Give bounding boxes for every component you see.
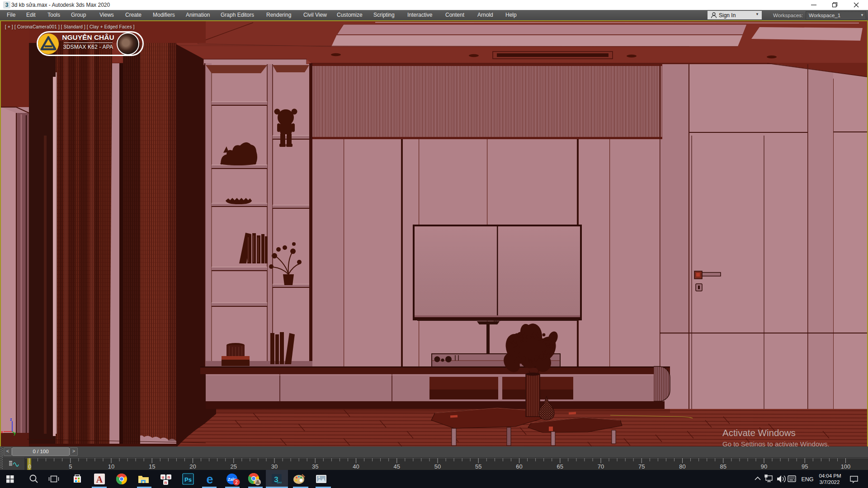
svg-text:ENG: ENG [801,476,813,483]
svg-text:A: A [96,474,103,484]
svg-text:5: 5 [69,463,72,470]
svg-text:100: 100 [841,463,851,470]
svg-text:25: 25 [231,463,237,470]
svg-text:20: 20 [189,463,196,470]
svg-text:70: 70 [598,463,604,470]
svg-text:65: 65 [557,463,563,470]
svg-text:0: 0 [28,463,31,470]
svg-text:MAX: MAX [277,481,283,484]
svg-text:55: 55 [475,463,481,470]
svg-text:85: 85 [720,463,726,470]
svg-text:30: 30 [271,463,278,470]
svg-text:50: 50 [434,463,441,470]
svg-text:40: 40 [353,463,359,470]
svg-text:75: 75 [638,463,645,470]
svg-text:Ps: Ps [184,476,192,483]
svg-text:3/7/2022: 3/7/2022 [820,479,840,485]
svg-text:45: 45 [394,463,400,470]
svg-text:80: 80 [679,463,685,470]
svg-text:60: 60 [516,463,522,470]
svg-text:04:04 PM: 04:04 PM [819,473,841,479]
svg-text:35: 35 [312,463,318,470]
svg-text:n: n [165,480,167,485]
svg-text:e: e [206,473,213,486]
svg-text:95: 95 [802,463,808,470]
svg-text:y: y [14,431,16,436]
svg-text:2: 2 [235,480,238,485]
svg-text:x: x [1,430,3,434]
svg-text:90: 90 [761,463,767,470]
svg-text:n: n [168,475,170,479]
svg-text:u: u [162,475,165,479]
svg-text:10: 10 [108,463,114,470]
svg-text:z: z [10,417,12,422]
svg-text:15: 15 [149,463,155,470]
